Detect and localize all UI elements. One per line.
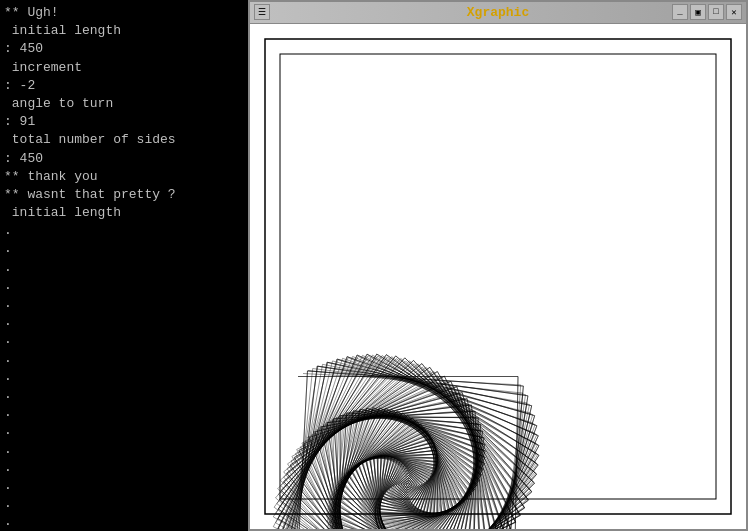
terminal-line: increment (4, 59, 244, 77)
terminal-line: . (4, 277, 244, 295)
spiral-drawing (250, 24, 746, 529)
terminal-line: . (4, 350, 244, 368)
terminal-line: initial length (4, 22, 244, 40)
terminal-line: ** wasnt that pretty ? (4, 186, 244, 204)
terminal-line: : 450 (4, 150, 244, 168)
window-menu-button[interactable]: ☰ (254, 4, 270, 20)
maximize-button[interactable]: □ (708, 4, 724, 20)
xgraphic-canvas (250, 24, 746, 529)
terminal-line: : 91 (4, 113, 244, 131)
terminal-line: . (4, 259, 244, 277)
terminal-line: : 450 (4, 40, 244, 58)
xgraphic-titlebar: ☰ Xgraphic _ ▣ □ ✕ (250, 2, 746, 24)
terminal-line: angle to turn (4, 95, 244, 113)
minimize-button[interactable]: _ (672, 4, 688, 20)
terminal-line: : -2 (4, 77, 244, 95)
terminal-line: . (4, 459, 244, 477)
extra-button[interactable]: ▣ (690, 4, 706, 20)
terminal-line: . (4, 513, 244, 531)
terminal-line: . (4, 404, 244, 422)
terminal-line: . (4, 313, 244, 331)
terminal-line: . (4, 295, 244, 313)
close-button[interactable]: ✕ (726, 4, 742, 20)
terminal-line: ** thank you (4, 168, 244, 186)
terminal-line: initial length (4, 204, 244, 222)
terminal-line: . (4, 422, 244, 440)
terminal-line: . (4, 495, 244, 513)
terminal-line: total number of sides (4, 131, 244, 149)
window-title: Xgraphic (467, 5, 529, 20)
terminal-line: . (4, 331, 244, 349)
terminal-line: . (4, 441, 244, 459)
main-container: ** Ugh! initial length: 450 increment: -… (0, 0, 748, 531)
terminal-panel: ** Ugh! initial length: 450 increment: -… (0, 0, 248, 531)
terminal-line: . (4, 477, 244, 495)
terminal-line: . (4, 222, 244, 240)
terminal-line: ** Ugh! (4, 4, 244, 22)
terminal-line: . (4, 386, 244, 404)
terminal-line: . (4, 368, 244, 386)
xgraphic-window: ☰ Xgraphic _ ▣ □ ✕ (248, 0, 748, 531)
window-controls: _ ▣ □ ✕ (672, 4, 742, 20)
terminal-line: . (4, 240, 244, 258)
